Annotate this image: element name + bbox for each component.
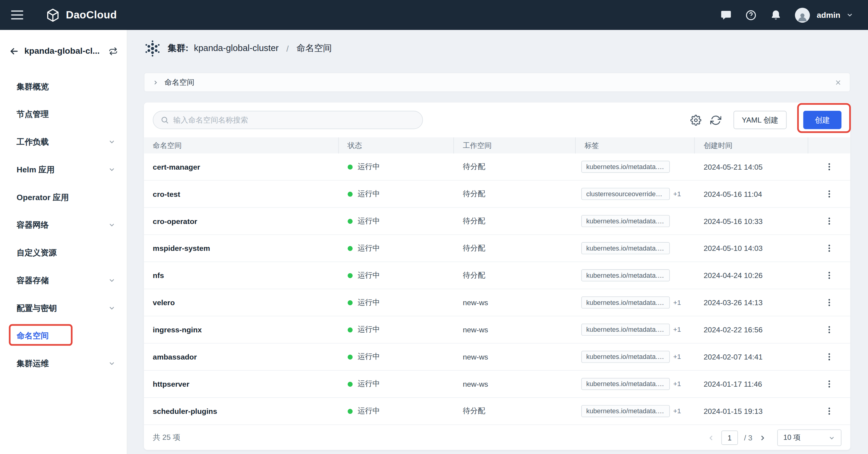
menu-toggle-button[interactable] bbox=[11, 10, 23, 20]
sidebar-item-config-secrets[interactable]: 配置与密钥 bbox=[0, 294, 127, 322]
sidebar-item-helm-apps[interactable]: Helm 应用 bbox=[0, 156, 127, 183]
sidebar-cluster-name[interactable]: kpanda-global-cl... bbox=[25, 46, 103, 56]
labels-cell: kubernetes.io/metadata.nam... bbox=[576, 161, 695, 173]
nav-label: 自定义资源 bbox=[17, 248, 116, 258]
kebab-menu-icon[interactable] bbox=[824, 216, 834, 226]
yaml-create-button[interactable]: YAML 创建 bbox=[734, 111, 786, 129]
chevron-right-icon[interactable] bbox=[152, 79, 159, 86]
close-icon[interactable] bbox=[834, 79, 842, 86]
page-number-input[interactable] bbox=[721, 430, 738, 445]
namespace-name[interactable]: cro-operator bbox=[144, 217, 339, 226]
status-text: 运行中 bbox=[358, 379, 380, 389]
sidebar-item-workloads[interactable]: 工作负载 bbox=[0, 128, 127, 156]
refresh-icon[interactable] bbox=[710, 114, 721, 125]
kebab-menu-icon[interactable] bbox=[824, 325, 834, 335]
table-footer: 共 25 项 / 3 10 项 bbox=[144, 426, 850, 450]
table-row: cert-manager 运行中 待分配 kubernetes.io/metad… bbox=[144, 153, 850, 180]
status-text: 运行中 bbox=[358, 162, 380, 172]
status-cell: 运行中 bbox=[339, 325, 454, 335]
sidebar-item-cluster-overview[interactable]: 集群概览 bbox=[0, 73, 127, 100]
cluster-icon bbox=[144, 39, 161, 57]
status-dot bbox=[348, 354, 353, 360]
nav-label: 工作负载 bbox=[17, 137, 108, 147]
username[interactable]: admin bbox=[817, 10, 840, 19]
search-icon bbox=[160, 116, 169, 124]
user-chevron-down-icon[interactable] bbox=[846, 11, 854, 19]
sidebar-item-custom-resources[interactable]: 自定义资源 bbox=[0, 239, 127, 266]
table-row: velero 运行中 new-ws kubernetes.io/metadata… bbox=[144, 289, 850, 316]
table-header: 命名空间 状态 工作空间 标签 创建时间 bbox=[144, 137, 850, 153]
namespace-name[interactable]: velero bbox=[144, 298, 339, 307]
kebab-menu-icon[interactable] bbox=[824, 379, 834, 389]
sidebar-item-cluster-ops[interactable]: 集群运维 bbox=[0, 349, 127, 377]
page-size-select[interactable]: 10 项 bbox=[777, 430, 841, 446]
label-chip: clusterresourceoverrides.... bbox=[581, 188, 670, 200]
breadcrumb-cluster-link[interactable]: kpanda-global-cluster bbox=[194, 43, 279, 53]
namespace-name[interactable]: ambassador bbox=[144, 352, 339, 361]
sidebar-item-container-storage[interactable]: 容器存储 bbox=[0, 266, 127, 294]
created-cell: 2024-02-07 14:41 bbox=[695, 352, 808, 361]
sidebar-item-container-network[interactable]: 容器网络 bbox=[0, 211, 127, 239]
namespace-name[interactable]: mspider-system bbox=[144, 244, 339, 253]
kebab-menu-icon[interactable] bbox=[824, 243, 834, 253]
kebab-menu-icon[interactable] bbox=[824, 189, 834, 199]
status-dot bbox=[348, 191, 353, 197]
avatar[interactable] bbox=[795, 7, 810, 23]
status-cell: 运行中 bbox=[339, 379, 454, 389]
back-arrow-icon[interactable] bbox=[9, 46, 19, 56]
namespace-name[interactable]: httpserver bbox=[144, 380, 339, 388]
status-text: 运行中 bbox=[358, 325, 380, 335]
labels-cell: kubernetes.io/metadata.n...+1 bbox=[576, 351, 695, 363]
actions-cell bbox=[808, 243, 850, 253]
kebab-menu-icon[interactable] bbox=[824, 352, 834, 362]
namespace-name[interactable]: cro-test bbox=[144, 190, 339, 198]
kebab-menu-icon[interactable] bbox=[824, 406, 834, 416]
status-dot bbox=[348, 409, 353, 414]
search-box[interactable] bbox=[153, 111, 423, 129]
kebab-menu-icon[interactable] bbox=[824, 162, 834, 172]
labels-cell: kubernetes.io/metadata.n...+1 bbox=[576, 323, 695, 336]
help-icon[interactable] bbox=[745, 9, 757, 21]
topbar-actions: admin bbox=[720, 7, 854, 23]
namespace-name[interactable]: nfs bbox=[144, 271, 339, 280]
namespace-name[interactable]: cert-manager bbox=[144, 163, 339, 171]
next-page-icon[interactable] bbox=[758, 433, 767, 442]
cluster-switch-icon[interactable] bbox=[108, 46, 118, 56]
label-more-count: +1 bbox=[673, 326, 681, 334]
label-chip: kubernetes.io/metadata.n... bbox=[581, 351, 670, 363]
total-count: 共 25 项 bbox=[153, 433, 180, 443]
search-input[interactable] bbox=[174, 116, 415, 124]
namespace-name[interactable]: ingress-nginx bbox=[144, 325, 339, 334]
status-cell: 运行中 bbox=[339, 297, 454, 308]
namespace-name[interactable]: scheduler-plugins bbox=[144, 407, 339, 415]
table-row: ingress-nginx 运行中 new-ws kubernetes.io/m… bbox=[144, 316, 850, 343]
status-text: 运行中 bbox=[358, 352, 380, 362]
chat-icon[interactable] bbox=[720, 9, 732, 21]
actions-cell bbox=[808, 189, 850, 199]
labels-cell: kubernetes.io/metadata.n...+1 bbox=[576, 296, 695, 309]
chevron-down-icon bbox=[108, 221, 116, 229]
tab-namespaces[interactable]: 命名空间 bbox=[164, 77, 194, 87]
sidebar-item-namespaces[interactable]: 命名空间 bbox=[0, 322, 127, 349]
nav-label: 集群运维 bbox=[17, 358, 108, 369]
settings-gear-icon[interactable] bbox=[690, 114, 702, 125]
status-dot bbox=[348, 327, 353, 332]
kebab-menu-icon[interactable] bbox=[824, 271, 834, 280]
sidebar-item-operator-apps[interactable]: Operator 应用 bbox=[0, 183, 127, 211]
chevron-down-icon bbox=[108, 138, 116, 146]
sidebar-item-node-management[interactable]: 节点管理 bbox=[0, 100, 127, 128]
table-row: nfs 运行中 待分配 kubernetes.io/metadata.nam..… bbox=[144, 262, 850, 289]
status-text: 运行中 bbox=[358, 216, 380, 226]
topbar: DaoCloud admin bbox=[0, 0, 868, 30]
notifications-bell-icon[interactable] bbox=[770, 9, 782, 21]
workspace-cell: 待分配 bbox=[454, 406, 576, 416]
column-header-actions bbox=[808, 137, 850, 153]
previous-page-icon[interactable] bbox=[707, 433, 715, 442]
label-more-count: +1 bbox=[673, 353, 681, 361]
kebab-menu-icon[interactable] bbox=[824, 297, 834, 308]
label-more-count: +1 bbox=[673, 380, 681, 388]
actions-cell bbox=[808, 406, 850, 416]
status-dot bbox=[348, 246, 353, 251]
create-button[interactable]: 创建 bbox=[803, 111, 841, 129]
workspace-cell: 待分配 bbox=[454, 216, 576, 226]
